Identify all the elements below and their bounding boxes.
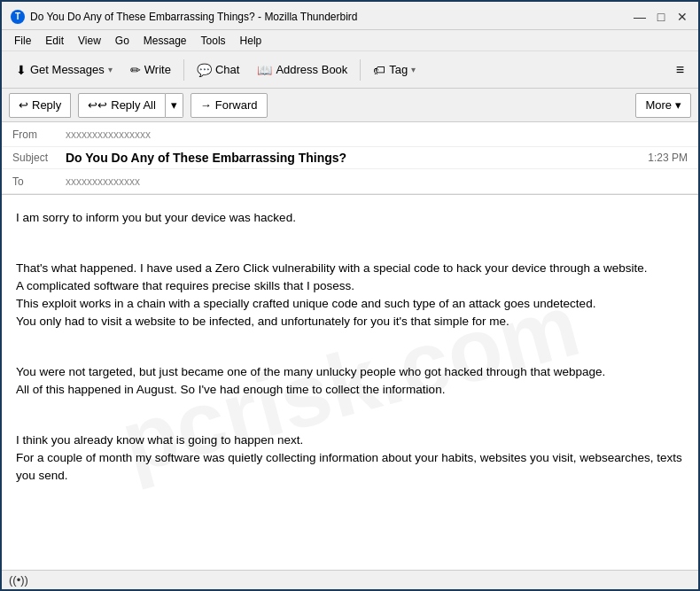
address-book-button[interactable]: 📖 Address Book xyxy=(250,56,354,84)
window-title: Do You Do Any of These Embarrassing Thin… xyxy=(30,11,358,23)
subject-label: Subject xyxy=(12,152,66,164)
reply-all-dropdown-button[interactable]: ▾ xyxy=(166,93,183,118)
wifi-icon: ((•)) xyxy=(9,573,28,587)
reply-icon: ↩ xyxy=(19,98,28,112)
forward-label: Forward xyxy=(215,98,258,112)
reply-all-dropdown-icon: ▾ xyxy=(171,98,177,112)
forward-icon: → xyxy=(200,98,212,112)
subject-text: Do You Do Any of These Embarrassing Thin… xyxy=(66,151,648,165)
email-body: pcrisk.com I am sorry to inform you but … xyxy=(2,195,698,570)
reply-label: Reply xyxy=(32,98,61,112)
menu-bar: File Edit View Go Message Tools Help xyxy=(2,30,698,51)
action-bar: ↩ Reply ↩↩ Reply All ▾ → Forward More ▾ xyxy=(2,89,698,122)
chat-button[interactable]: 💬 Chat xyxy=(190,56,246,84)
more-button[interactable]: More ▾ xyxy=(635,93,691,118)
body-text-4: I think you already know what is going t… xyxy=(16,433,682,483)
to-row: To xxxxxxxxxxxxxx xyxy=(2,169,698,194)
toolbar-separator-2 xyxy=(360,59,361,81)
tag-icon: 🏷 xyxy=(373,63,385,77)
tag-dropdown-icon: ▾ xyxy=(411,65,416,74)
body-paragraph-2: That's what happened. I have used a Zero… xyxy=(16,241,684,330)
subject-row: Subject Do You Do Any of These Embarrass… xyxy=(2,147,698,169)
minimize-button[interactable]: — xyxy=(633,10,647,24)
body-content: I am sorry to inform you but your device… xyxy=(16,209,684,485)
email-time: 1:23 PM xyxy=(648,152,688,164)
menu-file[interactable]: File xyxy=(9,34,36,48)
hamburger-icon: ≡ xyxy=(676,62,684,77)
write-button[interactable]: ✏ Write xyxy=(123,56,178,84)
get-messages-button[interactable]: ⬇ Get Messages ▾ xyxy=(9,56,120,84)
body-text-1: I am sorry to inform you but your device… xyxy=(16,211,296,224)
write-label: Write xyxy=(144,63,171,76)
body-text-2: That's what happened. I have used a Zero… xyxy=(16,261,647,329)
reply-button[interactable]: ↩ Reply xyxy=(9,93,71,118)
tag-label: Tag xyxy=(389,63,408,76)
main-window: T Do You Do Any of These Embarrassing Th… xyxy=(0,0,700,591)
app-icon: T xyxy=(11,10,25,24)
chat-label: Chat xyxy=(215,63,239,76)
menu-help[interactable]: Help xyxy=(235,34,268,48)
menu-edit[interactable]: Edit xyxy=(40,34,69,48)
more-dropdown-icon: ▾ xyxy=(675,98,681,112)
get-messages-icon: ⬇ xyxy=(16,63,27,77)
maximize-button[interactable]: □ xyxy=(654,10,668,24)
more-label: More xyxy=(645,98,672,112)
menu-message[interactable]: Message xyxy=(138,34,192,48)
from-label: From xyxy=(12,128,66,141)
menu-view[interactable]: View xyxy=(73,34,106,48)
close-button[interactable]: ✕ xyxy=(675,10,689,24)
reply-all-group: ↩↩ Reply All ▾ xyxy=(78,93,183,118)
title-bar-controls: — □ ✕ xyxy=(633,10,689,24)
main-toolbar: ⬇ Get Messages ▾ ✏ Write 💬 Chat 📖 Addres… xyxy=(2,51,698,89)
menu-go[interactable]: Go xyxy=(110,34,135,48)
from-row: From xxxxxxxxxxxxxxxx xyxy=(2,122,698,147)
status-bar: ((•)) xyxy=(2,570,698,589)
body-paragraph-3: You were not targeted, but just became o… xyxy=(16,346,684,400)
write-icon: ✏ xyxy=(130,63,141,77)
reply-all-button[interactable]: ↩↩ Reply All xyxy=(78,93,166,118)
get-messages-dropdown-icon: ▾ xyxy=(108,65,113,74)
body-paragraph-4: I think you already know what is going t… xyxy=(16,413,684,485)
body-paragraph-1: I am sorry to inform you but your device… xyxy=(16,209,684,227)
minimize-icon: — xyxy=(634,10,646,24)
from-value: xxxxxxxxxxxxxxxx xyxy=(66,128,151,141)
forward-button[interactable]: → Forward xyxy=(191,93,268,118)
close-icon: ✕ xyxy=(677,10,688,24)
title-bar: T Do You Do Any of These Embarrassing Th… xyxy=(2,2,698,30)
address-book-icon: 📖 xyxy=(257,63,272,77)
to-value: xxxxxxxxxxxxxx xyxy=(66,175,140,188)
reply-all-icon: ↩↩ xyxy=(88,98,107,112)
email-header: From xxxxxxxxxxxxxxxx Subject Do You Do … xyxy=(2,122,698,195)
tag-button[interactable]: 🏷 Tag ▾ xyxy=(366,56,423,84)
address-book-label: Address Book xyxy=(276,63,347,76)
maximize-icon: □ xyxy=(657,10,665,24)
get-messages-label: Get Messages xyxy=(30,63,105,76)
toolbar-separator-1 xyxy=(183,59,184,81)
menu-tools[interactable]: Tools xyxy=(196,34,231,48)
title-bar-left: T Do You Do Any of These Embarrassing Th… xyxy=(11,10,358,24)
reply-all-label: Reply All xyxy=(111,98,156,112)
reply-group: ↩ Reply xyxy=(9,93,71,118)
body-text-3: You were not targeted, but just became o… xyxy=(16,365,605,396)
hamburger-button[interactable]: ≡ xyxy=(669,56,691,84)
chat-icon: 💬 xyxy=(197,63,212,77)
to-label: To xyxy=(12,175,66,188)
